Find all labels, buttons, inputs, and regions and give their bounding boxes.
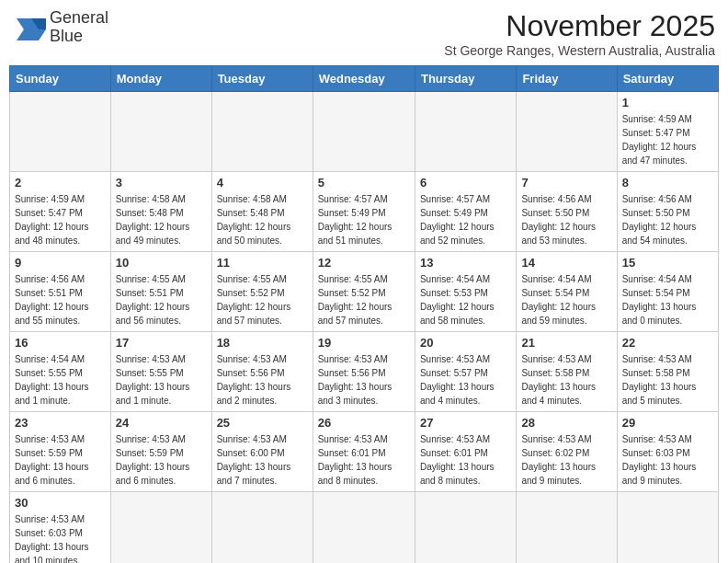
day-info: Sunrise: 4:53 AM Sunset: 6:00 PM Dayligh… <box>217 432 308 488</box>
day-info: Sunrise: 4:54 AM Sunset: 5:53 PM Dayligh… <box>420 272 511 327</box>
day-info: Sunrise: 4:55 AM Sunset: 5:52 PM Dayligh… <box>217 272 308 327</box>
calendar-cell: 1Sunrise: 4:59 AM Sunset: 5:47 PM Daylig… <box>617 92 718 172</box>
calendar-cell: 11Sunrise: 4:55 AM Sunset: 5:52 PM Dayli… <box>211 252 313 332</box>
title-section: November 2025 St George Ranges, Western … <box>444 9 715 58</box>
calendar-week-row: 9Sunrise: 4:56 AM Sunset: 5:51 PM Daylig… <box>10 252 719 332</box>
calendar-cell: 18Sunrise: 4:53 AM Sunset: 5:56 PM Dayli… <box>211 332 313 412</box>
day-number: 18 <box>217 336 308 350</box>
calendar-week-row: 2Sunrise: 4:59 AM Sunset: 5:47 PM Daylig… <box>10 172 719 252</box>
day-info: Sunrise: 4:53 AM Sunset: 5:57 PM Dayligh… <box>420 352 511 408</box>
day-info: Sunrise: 4:53 AM Sunset: 5:58 PM Dayligh… <box>622 352 713 408</box>
calendar-cell: 12Sunrise: 4:55 AM Sunset: 5:52 PM Dayli… <box>313 252 415 332</box>
calendar-cell: 6Sunrise: 4:57 AM Sunset: 5:49 PM Daylig… <box>415 172 516 252</box>
day-info: Sunrise: 4:53 AM Sunset: 5:56 PM Dayligh… <box>217 352 308 408</box>
logo: General Blue <box>13 9 108 46</box>
day-number: 12 <box>318 256 410 270</box>
calendar-cell: 2Sunrise: 4:59 AM Sunset: 5:47 PM Daylig… <box>10 172 111 252</box>
calendar-table: SundayMondayTuesdayWednesdayThursdayFrid… <box>9 65 719 563</box>
day-info: Sunrise: 4:54 AM Sunset: 5:54 PM Dayligh… <box>622 272 713 327</box>
day-number: 29 <box>622 416 713 430</box>
day-info: Sunrise: 4:54 AM Sunset: 5:54 PM Dayligh… <box>521 272 611 327</box>
calendar-cell: 13Sunrise: 4:54 AM Sunset: 5:53 PM Dayli… <box>415 252 516 332</box>
calendar-cell: 7Sunrise: 4:56 AM Sunset: 5:50 PM Daylig… <box>517 172 617 252</box>
day-info: Sunrise: 4:53 AM Sunset: 6:03 PM Dayligh… <box>622 432 713 488</box>
calendar-cell: 21Sunrise: 4:53 AM Sunset: 5:58 PM Dayli… <box>517 332 617 412</box>
calendar-cell: 14Sunrise: 4:54 AM Sunset: 5:54 PM Dayli… <box>517 252 617 332</box>
calendar-cell: 17Sunrise: 4:53 AM Sunset: 5:55 PM Dayli… <box>110 332 211 412</box>
calendar-cell: 24Sunrise: 4:53 AM Sunset: 5:59 PM Dayli… <box>110 412 211 492</box>
calendar-cell: 16Sunrise: 4:54 AM Sunset: 5:55 PM Dayli… <box>10 332 111 412</box>
day-number: 7 <box>521 176 611 190</box>
calendar-cell: 15Sunrise: 4:54 AM Sunset: 5:54 PM Dayli… <box>617 252 718 332</box>
calendar-cell: 19Sunrise: 4:53 AM Sunset: 5:56 PM Dayli… <box>313 332 415 412</box>
day-number: 21 <box>521 336 611 350</box>
weekday-header-tuesday: Tuesday <box>211 66 313 92</box>
day-number: 5 <box>318 176 410 190</box>
day-number: 2 <box>15 176 106 190</box>
calendar-week-row: 16Sunrise: 4:54 AM Sunset: 5:55 PM Dayli… <box>10 332 719 412</box>
day-info: Sunrise: 4:58 AM Sunset: 5:48 PM Dayligh… <box>116 192 207 247</box>
day-number: 25 <box>217 416 308 430</box>
calendar-cell: 26Sunrise: 4:53 AM Sunset: 6:01 PM Dayli… <box>313 412 415 492</box>
weekday-header-thursday: Thursday <box>415 66 516 92</box>
calendar-cell: 23Sunrise: 4:53 AM Sunset: 5:59 PM Dayli… <box>10 412 111 492</box>
day-info: Sunrise: 4:53 AM Sunset: 6:01 PM Dayligh… <box>420 432 511 488</box>
day-number: 14 <box>521 256 611 270</box>
calendar-cell: 27Sunrise: 4:53 AM Sunset: 6:01 PM Dayli… <box>415 412 516 492</box>
logo-text: General Blue <box>50 9 108 46</box>
day-number: 4 <box>217 176 308 190</box>
day-number: 23 <box>15 416 106 430</box>
weekday-header-sunday: Sunday <box>10 66 111 92</box>
weekday-header-monday: Monday <box>110 66 211 92</box>
weekday-header-row: SundayMondayTuesdayWednesdayThursdayFrid… <box>10 66 719 92</box>
day-number: 17 <box>116 336 207 350</box>
day-info: Sunrise: 4:57 AM Sunset: 5:49 PM Dayligh… <box>318 192 410 247</box>
calendar-cell <box>415 492 516 564</box>
calendar-cell <box>617 492 718 564</box>
day-number: 6 <box>420 176 511 190</box>
weekday-header-saturday: Saturday <box>617 66 718 92</box>
day-info: Sunrise: 4:53 AM Sunset: 5:56 PM Dayligh… <box>318 352 410 408</box>
calendar-cell: 8Sunrise: 4:56 AM Sunset: 5:50 PM Daylig… <box>617 172 718 252</box>
location-title: St George Ranges, Western Australia, Aus… <box>444 43 715 58</box>
day-number: 10 <box>116 256 207 270</box>
day-info: Sunrise: 4:53 AM Sunset: 5:59 PM Dayligh… <box>116 432 207 488</box>
calendar-cell: 10Sunrise: 4:55 AM Sunset: 5:51 PM Dayli… <box>110 252 211 332</box>
day-info: Sunrise: 4:53 AM Sunset: 5:55 PM Dayligh… <box>116 352 207 408</box>
day-number: 11 <box>217 256 308 270</box>
calendar-cell <box>10 92 111 172</box>
day-info: Sunrise: 4:56 AM Sunset: 5:51 PM Dayligh… <box>15 272 106 327</box>
day-info: Sunrise: 4:59 AM Sunset: 5:47 PM Dayligh… <box>622 112 713 167</box>
weekday-header-wednesday: Wednesday <box>313 66 415 92</box>
day-number: 1 <box>622 96 713 109</box>
day-number: 28 <box>521 416 611 430</box>
calendar-cell: 28Sunrise: 4:53 AM Sunset: 6:02 PM Dayli… <box>517 412 617 492</box>
calendar-cell <box>313 492 415 564</box>
calendar-week-row: 1Sunrise: 4:59 AM Sunset: 5:47 PM Daylig… <box>10 92 719 172</box>
calendar-cell <box>110 92 211 172</box>
day-info: Sunrise: 4:57 AM Sunset: 5:49 PM Dayligh… <box>420 192 511 247</box>
logo-icon <box>13 11 46 44</box>
calendar-cell <box>517 92 617 172</box>
calendar-cell: 20Sunrise: 4:53 AM Sunset: 5:57 PM Dayli… <box>415 332 516 412</box>
day-info: Sunrise: 4:55 AM Sunset: 5:52 PM Dayligh… <box>318 272 410 327</box>
calendar-cell: 4Sunrise: 4:58 AM Sunset: 5:48 PM Daylig… <box>211 172 313 252</box>
day-info: Sunrise: 4:59 AM Sunset: 5:47 PM Dayligh… <box>15 192 106 247</box>
day-number: 24 <box>116 416 207 430</box>
calendar-cell <box>313 92 415 172</box>
calendar-cell <box>211 92 313 172</box>
day-number: 30 <box>15 496 106 510</box>
calendar-week-row: 30Sunrise: 4:53 AM Sunset: 6:03 PM Dayli… <box>10 492 719 564</box>
day-number: 13 <box>420 256 511 270</box>
calendar-cell <box>110 492 211 564</box>
day-number: 8 <box>622 176 713 190</box>
calendar-cell <box>517 492 617 564</box>
day-number: 26 <box>318 416 410 430</box>
day-info: Sunrise: 4:53 AM Sunset: 5:59 PM Dayligh… <box>15 432 106 488</box>
calendar-cell: 30Sunrise: 4:53 AM Sunset: 6:03 PM Dayli… <box>10 492 111 564</box>
calendar-week-row: 23Sunrise: 4:53 AM Sunset: 5:59 PM Dayli… <box>10 412 719 492</box>
day-info: Sunrise: 4:53 AM Sunset: 6:02 PM Dayligh… <box>521 432 611 488</box>
day-info: Sunrise: 4:56 AM Sunset: 5:50 PM Dayligh… <box>521 192 611 247</box>
day-number: 27 <box>420 416 511 430</box>
day-number: 20 <box>420 336 511 350</box>
